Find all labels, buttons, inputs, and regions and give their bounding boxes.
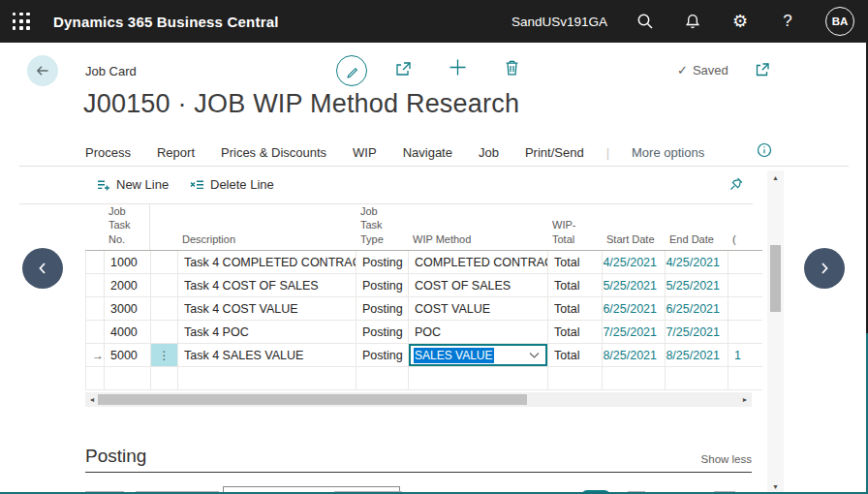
back-button[interactable] <box>27 55 58 86</box>
cell-expand[interactable] <box>150 251 177 273</box>
cell-wip-total[interactable]: Total <box>547 251 602 273</box>
cell-empty[interactable] <box>104 367 150 389</box>
menu-item-report[interactable]: Report <box>157 145 195 160</box>
cell-start-date[interactable]: 8/25/2021 <box>602 344 665 366</box>
cell-job-task-no[interactable]: 2000 <box>104 274 150 296</box>
cell-wip-total[interactable]: Total <box>547 321 602 343</box>
posting-section-title[interactable]: Posting <box>85 446 146 467</box>
cell-wip-method[interactable]: COST OF SALES <box>408 274 547 296</box>
cell-job-task-no[interactable]: 4000 <box>104 321 150 343</box>
row-selector[interactable] <box>86 297 104 320</box>
delete-trash-button[interactable] <box>504 59 520 77</box>
vertical-scrollbar[interactable]: ▲ ▼ <box>767 170 784 494</box>
cell-start-date[interactable]: 4/25/2021 <box>602 251 665 273</box>
new-record-plus-button[interactable] <box>449 58 467 77</box>
search-icon[interactable] <box>636 12 655 31</box>
cell-description[interactable]: Task 4 COST VALUE <box>177 297 356 320</box>
cell-empty[interactable] <box>547 367 602 389</box>
cell-end-date[interactable]: 8/25/2021 <box>665 344 728 366</box>
cell-empty[interactable] <box>177 367 356 389</box>
cell-job-task-no[interactable]: 3000 <box>104 297 150 320</box>
delete-line-button[interactable]: Delete Line <box>190 177 274 192</box>
cell-description[interactable]: Task 4 SALES VALUE <box>177 344 356 366</box>
next-record-button[interactable] <box>804 248 845 289</box>
cell-description[interactable]: Task 4 POC <box>177 321 356 343</box>
cell-clipped[interactable] <box>728 251 762 273</box>
cell-clipped[interactable]: 1 <box>728 344 762 366</box>
cell-job-task-no[interactable]: 1000 <box>104 251 150 273</box>
menu-item-prices-discounts[interactable]: Prices & Discounts <box>221 145 326 160</box>
help-icon[interactable]: ? <box>778 12 797 31</box>
cell-wip-method[interactable]: POC <box>408 321 547 343</box>
cell-wip-method[interactable]: COMPLETED CONTRACT <box>408 251 547 273</box>
previous-record-button[interactable] <box>22 248 63 289</box>
show-less-link[interactable]: Show less <box>701 453 752 465</box>
cell-wip-method[interactable]: COST VALUE <box>408 297 547 320</box>
open-in-new-window-button[interactable] <box>755 62 770 77</box>
app-launcher-waffle-icon[interactable] <box>13 13 30 30</box>
cell-empty[interactable] <box>665 367 728 389</box>
menu-item-navigate[interactable]: Navigate <box>403 145 452 160</box>
cell-job-task-type[interactable]: Posting <box>356 321 408 343</box>
cell-wip-total[interactable]: Total <box>547 297 602 320</box>
wip-method-combobox[interactable]: SALES VALUE <box>409 344 547 366</box>
cell-empty[interactable] <box>602 367 665 389</box>
pin-icon[interactable] <box>728 176 744 196</box>
column-job-task-type[interactable]: Job Task Type <box>355 204 407 250</box>
scroll-right-arrow[interactable]: ► <box>738 392 752 407</box>
cell-wip-total[interactable]: Total <box>547 344 602 366</box>
cell-start-date[interactable]: 7/25/2021 <box>602 321 665 343</box>
row-selector[interactable] <box>86 251 104 273</box>
cell-description[interactable]: Task 4 COST OF SALES <box>177 274 356 296</box>
cell-job-task-type[interactable]: Posting <box>356 251 408 273</box>
chevron-down-icon[interactable] <box>529 352 540 359</box>
cell-start-date[interactable]: 5/25/2021 <box>602 274 665 296</box>
avatar[interactable]: BA <box>825 7 854 36</box>
horizontal-scrollbar[interactable]: ◄ ► <box>85 392 752 407</box>
horizontal-scrollbar-thumb[interactable] <box>98 394 527 405</box>
more-options-button[interactable]: More options <box>632 145 704 160</box>
menu-item-job[interactable]: Job <box>479 145 499 160</box>
edit-pencil-button[interactable] <box>336 55 367 86</box>
cell-expand[interactable] <box>150 297 177 320</box>
cell-description[interactable]: Task 4 COMPLETED CONTRACT <box>177 251 356 273</box>
notifications-bell-icon[interactable] <box>683 12 702 31</box>
column-description[interactable]: Description <box>176 204 355 250</box>
row-selector[interactable] <box>86 367 104 389</box>
cell-clipped[interactable] <box>728 297 762 320</box>
row-selector-active[interactable]: → <box>86 344 104 366</box>
cell-empty[interactable] <box>408 367 547 389</box>
new-line-button[interactable]: New Line <box>97 177 169 192</box>
column-end-date[interactable]: End Date <box>664 204 727 250</box>
column-start-date[interactable]: Start Date <box>601 204 664 250</box>
cell-empty[interactable] <box>356 367 408 389</box>
cell-clipped[interactable] <box>728 321 762 343</box>
cell-job-task-type[interactable]: Posting <box>356 297 408 320</box>
column-wip-total[interactable]: WIP- Total <box>546 204 601 250</box>
column-clipped[interactable]: ( <box>727 204 762 250</box>
vertical-scrollbar-thumb[interactable] <box>770 245 781 312</box>
cell-end-date[interactable]: 5/25/2021 <box>665 274 728 296</box>
column-job-task-no[interactable]: Job Task No. <box>103 204 149 250</box>
cell-wip-total[interactable]: Total <box>547 274 602 296</box>
scroll-left-arrow[interactable]: ◄ <box>85 392 99 407</box>
share-button[interactable] <box>394 60 413 77</box>
cell-expand[interactable] <box>150 274 177 296</box>
menu-item-wip[interactable]: WIP <box>353 145 377 160</box>
scroll-up-arrow[interactable]: ▲ <box>767 174 784 181</box>
cell-job-task-type[interactable]: Posting <box>356 344 408 366</box>
cell-end-date[interactable]: 6/25/2021 <box>665 297 728 320</box>
row-selector[interactable] <box>86 274 104 296</box>
column-wip-method[interactable]: WIP Method <box>407 204 546 250</box>
info-icon[interactable] <box>757 142 772 162</box>
cell-start-date[interactable]: 6/25/2021 <box>602 297 665 320</box>
cell-expand-active[interactable]: ⋮ <box>150 344 177 366</box>
cell-end-date[interactable]: 7/25/2021 <box>665 321 728 343</box>
cell-clipped[interactable] <box>728 274 762 296</box>
cell-empty[interactable] <box>150 367 177 389</box>
settings-gear-icon[interactable]: ⚙ <box>730 12 750 31</box>
row-selector[interactable] <box>86 321 104 343</box>
cell-end-date[interactable]: 4/25/2021 <box>665 251 728 273</box>
menu-item-print-send[interactable]: Print/Send <box>525 145 584 160</box>
cell-expand[interactable] <box>150 321 177 343</box>
